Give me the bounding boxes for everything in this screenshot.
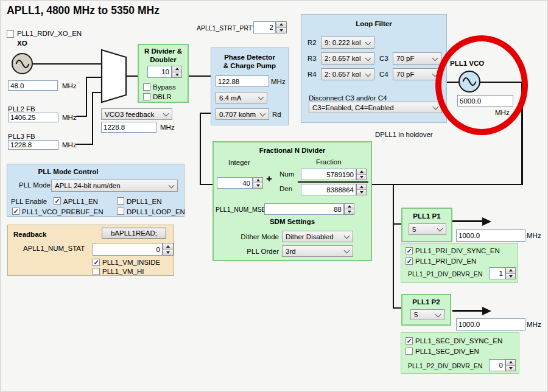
pll1-vm-hi-checkbox[interactable]: [93, 268, 100, 275]
r-divider-value-field[interactable]: 10: [147, 66, 172, 78]
pll1-sec-div-en-checkbox[interactable]: [406, 348, 413, 355]
dither-mode-dropdown[interactable]: Dither Disabled: [282, 231, 353, 242]
wire-fb-to-ndiv: [200, 184, 213, 185]
r2-value: 9: 0.222 kol: [325, 39, 360, 46]
strt-prty-spinner[interactable]: [276, 21, 287, 33]
integer-field[interactable]: 40: [217, 177, 253, 189]
pll1-p1-block: PLL1 P1 5: [401, 208, 452, 242]
pll1-rdiv-xo-en-checkbox[interactable]: [7, 30, 14, 38]
r2-dropdown[interactable]: 9: 0.222 kol: [321, 37, 374, 49]
pll1-vco-prebuf-en-label: PLL1_VCO_PREBUF_EN: [22, 208, 104, 216]
pll3-fb-mhz-label: MHz: [62, 141, 77, 149]
pll1-p2-div-drvr-en-spinner[interactable]: [505, 359, 516, 371]
spin-up-icon[interactable]: [253, 178, 262, 183]
pll1-p2-div-drvr-en-field[interactable]: 0: [489, 359, 505, 371]
vco-frequency-field[interactable]: 5000.0: [457, 95, 513, 107]
spin-down-icon[interactable]: [506, 274, 515, 279]
pll1-num-msb-spinner[interactable]: [344, 203, 354, 215]
spin-up-icon[interactable]: [163, 243, 173, 250]
pll1-num-msb-label: PLL1_NUM_MSB: [216, 206, 266, 213]
apll1-num-stat-spinner[interactable]: [163, 243, 174, 256]
loop-filter-title: Loop Filter: [301, 20, 446, 27]
spin-up-icon[interactable]: [345, 204, 354, 209]
integer-label: Integer: [228, 159, 250, 167]
xo-frequency-field[interactable]: 48.0: [8, 80, 58, 91]
pll1-p1-div-drvr-en-field[interactable]: 1: [489, 267, 505, 279]
feedback-frequency-field[interactable]: 1228.8: [101, 122, 156, 133]
p1-frequency-field[interactable]: 1000.0: [456, 229, 525, 242]
spin-down-icon[interactable]: [357, 190, 366, 195]
strt-prty-field[interactable]: 2: [253, 21, 276, 33]
pll1-p1-divider-dropdown[interactable]: 5: [409, 223, 446, 235]
pll1-p2-divider-dropdown[interactable]: 5: [410, 309, 444, 320]
c4-dropdown[interactable]: 70 pF: [393, 68, 441, 80]
pll1-sec-div-sync-en-checkbox[interactable]: ✓: [406, 337, 413, 345]
chevron-down-icon: [344, 248, 350, 254]
wire-vco-out: [479, 82, 522, 83]
pll1-p2-block: PLL1 P2 5: [401, 294, 451, 326]
fraction-bar: [298, 181, 368, 183]
pll-mode-control-title: PLL Mode Control: [13, 168, 123, 175]
spin-up-icon[interactable]: [506, 268, 515, 274]
spin-down-icon[interactable]: [163, 250, 173, 255]
charge-pump-current-dropdown[interactable]: 6.4 mA: [216, 92, 267, 103]
spin-down-icon[interactable]: [506, 366, 515, 371]
disconnect-dropdown[interactable]: C3=Enabled, C4=Enabled: [309, 102, 442, 113]
pll1-pri-div-sync-en-label: PLL1_PRI_DIV_SYNC_EN: [415, 247, 500, 255]
chevron-down-icon: [365, 39, 371, 45]
r4-dropdown[interactable]: 2: 0.657 kol: [321, 68, 374, 80]
dpll1-loop-en-checkbox[interactable]: [117, 208, 124, 215]
spin-up-icon[interactable]: [172, 66, 181, 72]
apll1-num-stat-field[interactable]: 0: [93, 243, 163, 256]
pll2-fb-field[interactable]: 1406.25: [8, 113, 58, 122]
spin-up-icon[interactable]: [357, 184, 366, 190]
spin-up-icon[interactable]: [357, 169, 366, 175]
vco3-feedback-value: VCO3 feedback: [105, 111, 154, 118]
pll1-sec-div-sync-en-label: PLL1_SEC_DIV_SYNC_EN: [415, 337, 502, 345]
wire-pll3fb-h: [76, 144, 93, 145]
r-divider-block: R Divider & Doubler 10 Bypass DBLR: [138, 44, 189, 103]
readback-title: Readback: [13, 231, 46, 239]
bapll1read-button[interactable]: bAPLL1READ;: [102, 228, 166, 239]
apll1-en-checkbox[interactable]: ✓: [54, 197, 61, 205]
num-spinner[interactable]: [356, 169, 367, 180]
pll1-p1-div-drvr-en-spinner[interactable]: [505, 267, 516, 279]
rd-label: Rd: [272, 111, 281, 119]
spin-down-icon[interactable]: [172, 72, 181, 78]
bypass-label: Bypass: [153, 83, 176, 91]
den-spinner[interactable]: [356, 184, 367, 195]
pd-frequency-field[interactable]: 122.88: [216, 75, 269, 87]
spin-down-icon[interactable]: [357, 175, 366, 180]
c3-dropdown[interactable]: 70 pF: [393, 52, 441, 65]
p1-settings-box: ✓ PLL1_PRI_DIV_SYNC_EN ✓ PLL1_PRI_DIV_EN…: [401, 243, 518, 283]
spin-down-icon[interactable]: [276, 28, 286, 33]
pll1-pri-div-sync-en-checkbox[interactable]: ✓: [406, 247, 413, 254]
pll-mode-dropdown[interactable]: APLL 24-bit num/den: [51, 180, 178, 192]
rd-resistor-dropdown[interactable]: 0.707 kohm: [216, 108, 269, 120]
disconnect-value: C3=Enabled, C4=Enabled: [312, 104, 394, 111]
integer-spinner[interactable]: [253, 177, 263, 189]
spin-up-icon[interactable]: [506, 360, 515, 366]
spin-up-icon[interactable]: [276, 22, 286, 28]
p1-divider-value: 5: [412, 226, 416, 233]
spin-down-icon[interactable]: [253, 183, 262, 188]
num-field[interactable]: 5789190: [301, 169, 356, 180]
pll1-vco-prebuf-en-checkbox[interactable]: ✓: [12, 208, 19, 215]
den-field[interactable]: 8388864: [301, 184, 356, 195]
pll1-vm-inside-checkbox[interactable]: ✓: [93, 259, 100, 266]
chevron-down-icon: [432, 55, 438, 61]
bypass-checkbox[interactable]: [143, 83, 150, 91]
pll-order-dropdown[interactable]: 3rd: [282, 245, 353, 257]
dblr-checkbox[interactable]: [143, 93, 150, 100]
dpll1-en-checkbox[interactable]: [117, 197, 124, 205]
vco3-feedback-dropdown[interactable]: VCO3 feedback: [101, 108, 172, 120]
pll3-fb-field[interactable]: 1228.8: [8, 140, 58, 150]
rd-value: 0.707 kohm: [219, 111, 256, 118]
pll1-num-msb-field[interactable]: 88: [264, 203, 344, 215]
pll1-pri-div-en-checkbox[interactable]: ✓: [406, 257, 413, 265]
p2-frequency-field[interactable]: 1000.0: [456, 318, 525, 331]
r3-dropdown[interactable]: 2: 0.657 kol: [321, 52, 374, 65]
chevron-down-icon: [260, 111, 266, 117]
spin-down-icon[interactable]: [345, 209, 354, 214]
r-divider-spinner[interactable]: [172, 66, 182, 78]
